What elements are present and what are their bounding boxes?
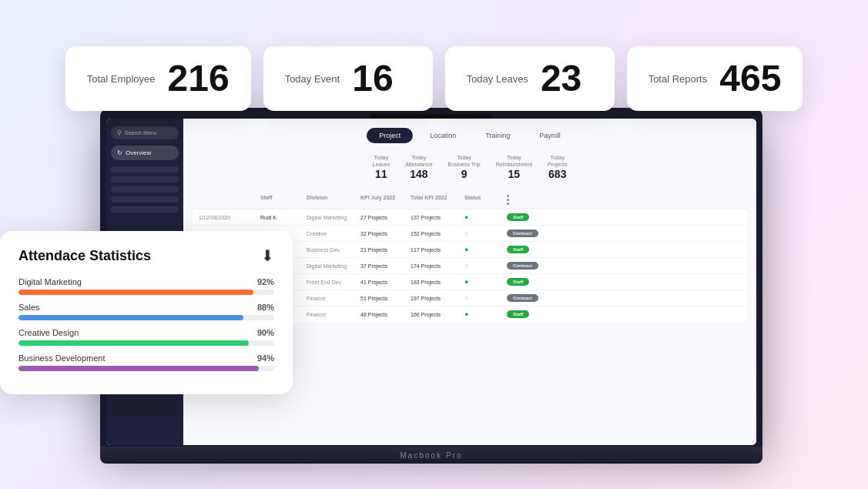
overview-stat-attendance: TodayAttendance 148 <box>405 154 432 180</box>
cell-status-icon: ○ <box>464 294 507 302</box>
cell-staff: Rudi K. <box>260 215 307 220</box>
attendance-stats-title: Attendace Statistics <box>18 248 151 264</box>
overview-stat-reimb: TodayReimburstment 15 <box>496 154 532 180</box>
stat-card-total-reports-label: Total Reports <box>648 73 708 85</box>
stat-cards-row: Total Employee 216 Today Event 16 Today … <box>0 46 868 111</box>
cell-status-icon: ○ <box>464 229 507 237</box>
cell-division: Finance <box>307 312 360 317</box>
cell-division: Digital Marketing <box>307 263 360 269</box>
overview-stat-reimb-value: 15 <box>496 168 532 180</box>
stat-card-total-reports: Total Reports 465 <box>627 46 803 111</box>
status-active-icon: ● <box>464 213 468 221</box>
overview-stat-projects-label: TodayProjects <box>548 154 567 168</box>
stat-card-today-leaves-value: 23 <box>541 60 581 97</box>
overview-stat-business: TodayBusiness Trip 9 <box>448 154 481 180</box>
stat-card-total-reports-value: 465 <box>719 60 781 97</box>
search-icon: ⚲ <box>117 129 122 136</box>
status-badge: Staff <box>507 310 529 318</box>
cell-status-icon: ○ <box>464 262 507 270</box>
overview-stat-reimb-label: TodayReimburstment <box>496 154 532 168</box>
cell-kpi-total: 183 Projects <box>411 280 464 285</box>
cell-status-icon: ● <box>464 213 507 221</box>
progress-bar-background <box>18 366 274 371</box>
cell-status-icon: ● <box>464 310 507 318</box>
cell-badge: Contract <box>507 294 561 302</box>
tabs-row: Project Location Training Payroll <box>193 128 747 143</box>
overview-stat-attendance-label: TodayAttendance <box>405 154 432 168</box>
cell-status-icon: ● <box>464 246 507 253</box>
sidebar-menu-item-3[interactable] <box>111 186 179 193</box>
sidebar-menu-item-4[interactable] <box>111 196 179 203</box>
tab-training[interactable]: Training <box>473 128 522 143</box>
overview-stats-row: TodayLeaves 11 TodayAttendance 148 Today… <box>193 154 747 180</box>
sidebar-menu-item-5[interactable] <box>111 206 179 213</box>
overview-icon: ↻ <box>117 149 122 156</box>
laptop-base: Macbook Pro <box>100 447 762 464</box>
download-icon[interactable]: ⬇ <box>261 246 274 265</box>
col-header-kpi-total: Total KPI 2022 <box>411 195 464 205</box>
cell-division: Digital Marketing <box>307 215 360 220</box>
progress-percentage: 92% <box>257 277 274 286</box>
cell-kpi-total: 166 Projects <box>411 312 464 317</box>
progress-item: Sales 88% <box>18 303 274 320</box>
progress-label-row: Sales 88% <box>18 303 274 312</box>
sidebar-search-label: Search Menu <box>125 130 157 136</box>
attendance-stats-card: Attendace Statistics ⬇ Digital Marketing… <box>0 231 293 394</box>
cell-kpi-july: 27 Projects <box>360 215 411 220</box>
status-badge: Staff <box>507 278 529 286</box>
progress-item: Business Development 94% <box>18 353 274 371</box>
sidebar-search[interactable]: ⚲ Search Menu <box>111 126 179 139</box>
laptop-label: Macbook Pro <box>400 451 463 460</box>
progress-bar-fill <box>18 315 243 320</box>
stat-card-today-leaves: Today Leaves 23 <box>445 46 615 111</box>
cell-division: Front End Dev <box>307 280 360 285</box>
cell-kpi-total: 174 Projects <box>411 263 464 269</box>
stat-card-today-event: Today Event 16 <box>263 46 433 111</box>
cell-division: Business Dev. <box>307 247 360 253</box>
table-header: Staff Division KPI July 2022 Total KPI 2… <box>193 191 747 209</box>
table-row[interactable]: 1/12/08/2020 Rudi K. Digital Marketing 2… <box>193 209 747 226</box>
progress-bar-background <box>18 340 274 346</box>
progress-percentage: 90% <box>257 328 274 337</box>
cell-badge: Staff <box>507 213 561 221</box>
status-badge: Contract <box>507 294 538 302</box>
progress-percentage: 94% <box>257 353 274 363</box>
col-header-date <box>199 195 260 205</box>
cell-kpi-july: 51 Projects <box>360 296 411 301</box>
overview-stat-leaves: TodayLeaves 11 <box>373 154 390 180</box>
stat-card-total-employee: Total Employee 216 <box>65 46 251 111</box>
stat-card-today-event-label: Today Event <box>285 73 340 85</box>
progress-label: Creative Design <box>18 328 79 337</box>
col-header-division: Division <box>307 195 360 205</box>
progress-label: Sales <box>18 303 40 312</box>
sidebar-overview-item[interactable]: ↻ Overview <box>111 146 179 160</box>
col-header-kpi-july: KPI July 2022 <box>360 195 411 205</box>
tab-location[interactable]: Location <box>417 128 468 143</box>
tab-project[interactable]: Project <box>367 128 413 143</box>
overview-stat-business-value: 9 <box>448 168 481 180</box>
stat-card-total-employee-value: 216 <box>168 60 230 97</box>
overview-stat-leaves-value: 11 <box>373 168 390 180</box>
progress-percentage: 88% <box>257 303 274 312</box>
sidebar-menu-item-2[interactable] <box>111 176 179 183</box>
progress-bar-fill <box>18 340 249 346</box>
progress-bar-fill <box>18 290 253 295</box>
status-inactive-icon: ○ <box>464 229 468 237</box>
stat-card-total-employee-label: Total Employee <box>87 73 156 85</box>
sidebar-menu-item-1[interactable] <box>111 166 179 172</box>
overview-stat-projects-value: 683 <box>548 168 567 180</box>
cell-kpi-july: 37 Projects <box>360 263 411 269</box>
cell-division: Finance <box>307 296 360 301</box>
more-options-icon[interactable] <box>507 195 561 205</box>
overview-stat-projects: TodayProjects 683 <box>548 154 567 180</box>
cell-kpi-july: 21 Projects <box>360 247 411 253</box>
progress-bar-fill <box>18 366 259 371</box>
cell-division: Creative <box>307 231 360 236</box>
progress-label-row: Business Development 94% <box>18 353 274 363</box>
cell-kpi-july: 32 Projects <box>360 231 411 236</box>
tab-payroll[interactable]: Payroll <box>527 128 573 143</box>
col-header-staff: Staff <box>260 195 307 205</box>
cell-status-icon: ● <box>464 278 507 286</box>
overview-stat-attendance-value: 148 <box>405 168 432 180</box>
progress-label-row: Digital Marketing 92% <box>18 277 274 286</box>
